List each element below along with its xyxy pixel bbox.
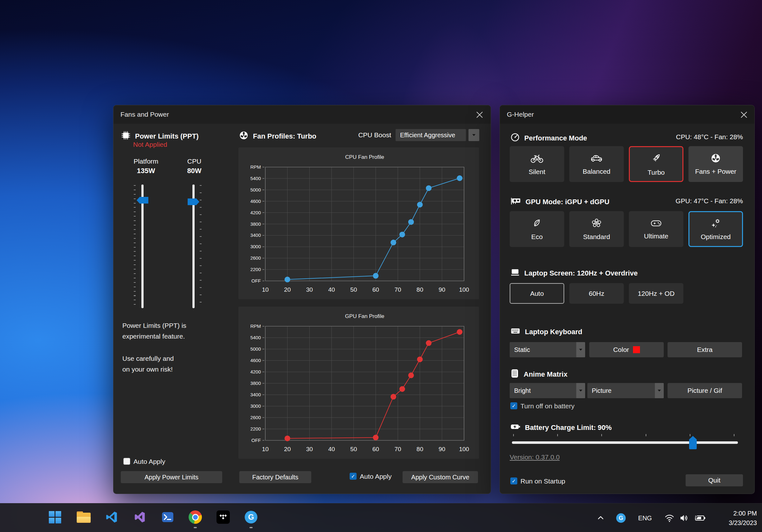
- fans-window-title: Fans and Power: [120, 111, 169, 118]
- speedometer-icon: [510, 132, 520, 144]
- svg-text:90: 90: [439, 446, 445, 452]
- turn-off-on-battery-checkbox[interactable]: ✓: [510, 402, 517, 409]
- windows-start-icon: [49, 511, 61, 523]
- mode-button-turbo[interactable]: Turbo: [629, 146, 683, 182]
- car-icon: [589, 153, 603, 165]
- gpu-button-standard[interactable]: Standard: [569, 211, 624, 247]
- vscode-icon: [105, 510, 118, 524]
- battery-bolt-icon: [510, 423, 520, 432]
- battery-slider-tick: [690, 434, 690, 436]
- apply-power-limits-button[interactable]: Apply Power Limits: [121, 471, 222, 483]
- svg-text:40: 40: [328, 286, 335, 293]
- gpu-button-ultimate[interactable]: Ultimate: [629, 211, 683, 247]
- battery-charge-limit-header: Battery Charge Limit: 90%: [510, 423, 612, 432]
- gpu-button-optimized[interactable]: Optimized: [688, 211, 743, 247]
- mode-button-silent[interactable]: Silent: [510, 146, 564, 182]
- terminal-icon: [161, 510, 174, 524]
- cpu-slider-thumb[interactable]: [188, 198, 199, 205]
- ghelper-titlebar[interactable]: G-Helper: [500, 105, 754, 124]
- cpu-slider-value: 80W: [175, 167, 213, 175]
- apply-custom-curve-button[interactable]: Apply Custom Curve: [403, 471, 478, 483]
- version-link[interactable]: Version: 0.37.0.0: [510, 453, 560, 461]
- svg-text:100: 100: [459, 446, 469, 452]
- keyboard-extra-button[interactable]: Extra: [667, 342, 742, 357]
- platform-slider-thumb[interactable]: [137, 197, 148, 203]
- matrix-mode-dropdown[interactable]: Picture: [587, 383, 664, 398]
- screen-button-60hz[interactable]: 60Hz: [569, 283, 624, 304]
- gpu-button-eco[interactable]: Eco: [510, 211, 564, 247]
- battery-slider-tick: [557, 434, 558, 436]
- cpu-fan-profile-chart[interactable]: CPU Fan ProfileOFF2200260030003400380042…: [238, 147, 479, 299]
- battery-slider-thumb[interactable]: [689, 436, 697, 449]
- taskbar-terminal[interactable]: [160, 510, 175, 524]
- tray-battery[interactable]: [694, 512, 707, 524]
- auto-apply-power-checkbox[interactable]: [123, 458, 130, 465]
- matrix-brightness-dropdown[interactable]: Bright: [510, 383, 585, 398]
- svg-text:50: 50: [350, 446, 357, 452]
- platform-slider-ticks: [134, 185, 136, 308]
- quit-button[interactable]: Quit: [686, 474, 743, 486]
- keyboard-mode-dropdown[interactable]: Static: [510, 342, 585, 357]
- tray-language[interactable]: ENG: [637, 513, 653, 523]
- svg-text:10: 10: [262, 446, 268, 452]
- rocket-icon: [650, 152, 662, 166]
- taskbar-vscode[interactable]: [104, 510, 119, 524]
- tray-volume[interactable]: [678, 512, 690, 524]
- screen-button-auto[interactable]: Auto: [510, 283, 564, 304]
- svg-text:80: 80: [417, 446, 423, 452]
- auto-apply-curve-checkbox[interactable]: ✓: [349, 473, 356, 480]
- svg-text:20: 20: [284, 446, 291, 452]
- close-icon[interactable]: [476, 111, 484, 119]
- chevron-down-icon[interactable]: [576, 383, 585, 398]
- factory-defaults-button[interactable]: Factory Defaults: [239, 471, 311, 483]
- chevron-up-icon: [597, 515, 604, 520]
- gpu-fan-profile-chart[interactable]: GPU Fan ProfileOFF2200260030003400380042…: [238, 307, 479, 459]
- power-limits-header: Power Limits (PPT): [121, 131, 198, 142]
- svg-text:RPM: RPM: [251, 164, 261, 170]
- taskbar: G G ENG 2:00 PM 3/23/2023: [0, 503, 762, 532]
- laptop-screen-header: Laptop Screen: 120Hz + Overdrive: [510, 268, 638, 278]
- tray-wifi[interactable]: [664, 512, 675, 524]
- matrix-picture-gif-button[interactable]: Picture / Gif: [667, 383, 742, 398]
- svg-text:5400: 5400: [251, 335, 261, 340]
- cpu-boost-dropdown-arrow[interactable]: [469, 129, 479, 141]
- wifi-icon: [664, 513, 675, 523]
- cpu-temp-status: CPU: 48°C - Fan: 28%: [676, 133, 743, 141]
- tray-ghelper[interactable]: G: [616, 513, 626, 523]
- svg-text:3000: 3000: [251, 244, 261, 249]
- fans-window-titlebar[interactable]: Fans and Power: [114, 105, 491, 124]
- svg-text:4200: 4200: [251, 210, 261, 215]
- mode-button-balanced[interactable]: Balanced: [569, 146, 624, 182]
- taskbar-chrome[interactable]: [188, 510, 202, 524]
- svg-text:RPM: RPM: [251, 323, 261, 329]
- taskbar-file-explorer[interactable]: [76, 510, 91, 524]
- keyboard-color-button[interactable]: Color: [589, 342, 664, 357]
- close-icon[interactable]: [740, 111, 748, 119]
- start-button[interactable]: [47, 510, 62, 524]
- svg-text:70: 70: [394, 286, 401, 293]
- flower-icon: [591, 218, 602, 230]
- performance-mode-header: Performance Mode: [510, 132, 587, 144]
- platform-slider-value: 135W: [126, 167, 166, 175]
- speaker-icon: [679, 513, 690, 523]
- ghelper-icon: G: [616, 513, 626, 523]
- tray-chevron-up[interactable]: [595, 512, 606, 523]
- mode-button-fans-power[interactable]: Fans + Power: [688, 146, 743, 182]
- battery-charge-slider[interactable]: [512, 441, 738, 444]
- taskbar-visual-studio[interactable]: [132, 510, 147, 524]
- cpu-boost-dropdown[interactable]: Efficient Aggressive: [396, 129, 466, 141]
- svg-text:20: 20: [284, 286, 291, 293]
- svg-text:OFF: OFF: [251, 278, 261, 283]
- turn-off-on-battery-label: Turn off on battery: [520, 402, 574, 410]
- run-on-startup-checkbox[interactable]: ✓: [510, 478, 517, 485]
- taskbar-tidal[interactable]: [216, 510, 230, 524]
- taskbar-clock[interactable]: 2:00 PM 3/23/2023: [729, 508, 757, 528]
- taskbar-ghelper[interactable]: G: [244, 510, 258, 524]
- chevron-down-icon[interactable]: [655, 383, 664, 398]
- gpu-card-icon: [510, 196, 521, 207]
- fan-icon: [239, 131, 249, 142]
- chevron-down-icon[interactable]: [576, 342, 585, 357]
- visual-studio-icon: [133, 510, 146, 524]
- svg-text:2200: 2200: [251, 426, 261, 431]
- screen-button-120hz-od[interactable]: 120Hz + OD: [629, 283, 683, 304]
